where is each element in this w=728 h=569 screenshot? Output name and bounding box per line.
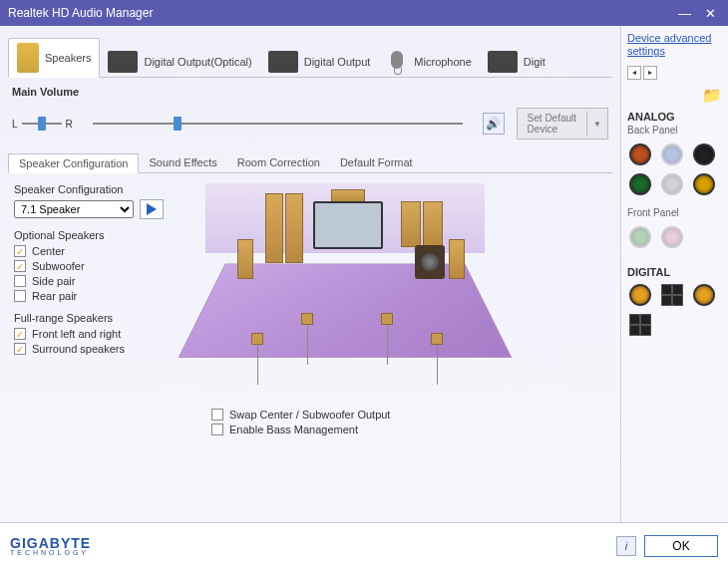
device-advanced-settings-link[interactable]: Device advanced settings xyxy=(627,32,722,58)
optional-speakers-group: Optional Speakers ✓Center ✓Subwoofer Sid… xyxy=(14,229,193,302)
speaker-config-label: Speaker Configuration xyxy=(14,183,193,195)
jack-front-pink[interactable] xyxy=(661,226,683,248)
volume-slider[interactable] xyxy=(93,123,463,125)
jack-digital-2[interactable] xyxy=(693,284,715,306)
jack-optical-2[interactable] xyxy=(629,314,651,336)
scene-back-left[interactable] xyxy=(251,333,263,345)
device-icon xyxy=(488,51,518,73)
test-play-button[interactable] xyxy=(140,199,164,219)
back-panel-label: Back Panel xyxy=(627,125,722,136)
scene-front-left-2[interactable] xyxy=(285,193,303,263)
analog-heading: ANALOG xyxy=(627,111,722,123)
scene-side-left[interactable] xyxy=(237,239,253,279)
jack-grey[interactable] xyxy=(661,173,683,195)
tab-digit-overflow[interactable]: Digit xyxy=(480,47,553,77)
microphone-icon xyxy=(386,51,408,73)
fullrange-label: Full-range Speakers xyxy=(14,312,193,324)
brand-logo: GIGABYTE TECHNOLOGY xyxy=(10,535,91,556)
tab-label: Digital Output(Optical) xyxy=(144,56,251,68)
play-icon xyxy=(147,203,157,215)
speaker-icon xyxy=(17,43,39,73)
cfg-tab-speaker-configuration[interactable]: Speaker Configuration xyxy=(8,153,139,173)
volume-heading-row: Main Volume xyxy=(8,78,612,98)
content-pane: Speakers Digital Output(Optical) Digital… xyxy=(0,26,620,522)
brand-subtitle: TECHNOLOGY xyxy=(10,549,91,556)
dropdown-arrow-icon[interactable]: ▼ xyxy=(586,112,607,137)
close-button[interactable]: ✕ xyxy=(705,6,716,21)
speaker-layout-scene: Swap Center / Subwoofer Output Enable Ba… xyxy=(205,183,606,438)
tab-pager: ◂ ▸ xyxy=(627,66,722,80)
scene-subwoofer[interactable] xyxy=(415,245,445,279)
jack-orange[interactable] xyxy=(629,143,651,165)
chk-bass-management[interactable]: Enable Bass Management xyxy=(211,424,606,435)
set-default-device[interactable]: Set Default Device ▼ xyxy=(517,108,608,140)
tabs-scroll-right[interactable]: ▸ xyxy=(643,66,657,80)
balance-l-label: L xyxy=(12,119,18,130)
tab-label: Microphone xyxy=(414,56,471,68)
connector-settings-icon[interactable]: 📁 xyxy=(627,86,722,105)
speaker-config-select[interactable]: 7.1 Speaker xyxy=(14,200,134,218)
scene-side-right[interactable] xyxy=(449,239,465,279)
jack-yellow[interactable] xyxy=(693,173,715,195)
jack-blue[interactable] xyxy=(661,143,683,165)
chk-label: Subwoofer xyxy=(32,260,85,272)
back-panel-jacks xyxy=(627,140,722,199)
chk-label: Side pair xyxy=(32,275,75,287)
config-tabs: Speaker Configuration Sound Effects Room… xyxy=(8,153,612,173)
scene-rear-left[interactable] xyxy=(301,313,313,325)
window-title: Realtek HD Audio Manager xyxy=(8,6,678,20)
main-area: Speakers Digital Output(Optical) Digital… xyxy=(0,26,728,522)
jack-black[interactable] xyxy=(693,143,715,165)
right-panel: Device advanced settings ◂ ▸ 📁 ANALOG Ba… xyxy=(620,26,728,522)
tabs-scroll-left[interactable]: ◂ xyxy=(627,66,641,80)
tab-speakers[interactable]: Speakers xyxy=(8,38,100,78)
chk-label: Front left and right xyxy=(32,328,121,340)
scene-front-right[interactable] xyxy=(401,201,421,247)
info-button[interactable]: i xyxy=(616,536,636,556)
optional-speakers-label: Optional Speakers xyxy=(14,229,193,241)
scene-rear-right[interactable] xyxy=(381,313,393,325)
mute-button[interactable]: 🔊 xyxy=(483,113,505,135)
tab-digital-optical[interactable]: Digital Output(Optical) xyxy=(100,47,259,77)
device-icon xyxy=(108,51,138,73)
front-panel-jacks xyxy=(627,222,722,252)
chk-rear-pair[interactable]: Rear pair xyxy=(14,290,193,302)
config-body: Speaker Configuration 7.1 Speaker Option… xyxy=(8,173,612,448)
chk-swap-center-sub[interactable]: Swap Center / Subwoofer Output xyxy=(211,409,606,421)
minimize-button[interactable]: — xyxy=(678,6,691,21)
scene-front-left[interactable] xyxy=(265,193,283,263)
tab-digital-output[interactable]: Digital Output xyxy=(260,47,379,77)
scene-front-right-2[interactable] xyxy=(423,201,443,247)
chk-subwoofer[interactable]: ✓Subwoofer xyxy=(14,260,193,272)
bottom-options: Swap Center / Subwoofer Output Enable Ba… xyxy=(205,409,606,435)
ok-button[interactable]: OK xyxy=(644,535,718,557)
tab-label: Digit xyxy=(524,56,546,68)
jack-front-green[interactable] xyxy=(629,226,651,248)
chk-surround[interactable]: ✓Surround speakers xyxy=(14,343,193,355)
balance-slider[interactable] xyxy=(22,123,62,125)
chk-label: Surround speakers xyxy=(32,343,125,355)
jack-green[interactable] xyxy=(629,173,651,195)
tab-label: Speakers xyxy=(45,52,91,64)
chk-label: Center xyxy=(32,245,65,257)
cfg-tab-room-correction[interactable]: Room Correction xyxy=(227,153,330,172)
chk-front-lr[interactable]: ✓Front left and right xyxy=(14,328,193,340)
jack-digital-1[interactable] xyxy=(629,284,651,306)
footer: GIGABYTE TECHNOLOGY i OK xyxy=(0,522,728,568)
config-left-column: Speaker Configuration 7.1 Speaker Option… xyxy=(14,183,193,438)
set-default-label: Set Default Device xyxy=(518,109,586,139)
scene-back-right[interactable] xyxy=(431,333,443,345)
balance-control[interactable]: L R xyxy=(12,119,73,130)
chk-center[interactable]: ✓Center xyxy=(14,245,193,257)
speaker-config-group: Speaker Configuration 7.1 Speaker xyxy=(14,183,193,219)
chk-label: Swap Center / Subwoofer Output xyxy=(229,409,390,421)
jack-optical-1[interactable] xyxy=(661,284,683,306)
main-volume-label: Main Volume xyxy=(12,86,608,98)
fullrange-speakers-group: Full-range Speakers ✓Front left and righ… xyxy=(14,312,193,355)
scene-tv xyxy=(313,201,383,249)
tab-microphone[interactable]: Microphone xyxy=(378,47,479,77)
volume-section: L R 🔊 Set Default Device ▼ xyxy=(8,98,612,149)
chk-side-pair[interactable]: Side pair xyxy=(14,275,193,287)
cfg-tab-default-format[interactable]: Default Format xyxy=(330,153,423,172)
cfg-tab-sound-effects[interactable]: Sound Effects xyxy=(139,153,226,172)
